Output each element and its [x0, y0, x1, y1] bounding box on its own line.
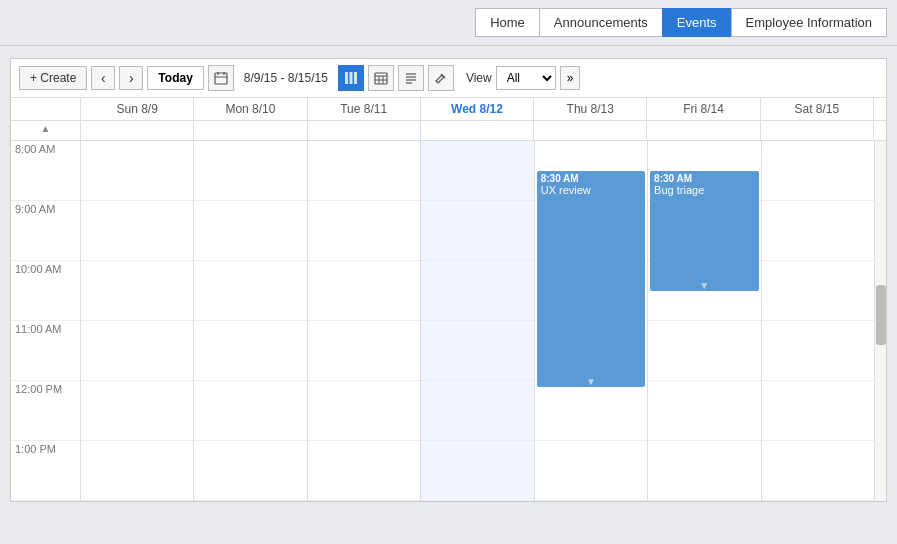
days-container: 8:30 AM UX review ▼ 8:30 AM Bug triage ▼ [81, 141, 874, 501]
bug-triage-resize-handle[interactable]: ▼ [699, 280, 709, 291]
allday-wed [421, 121, 534, 140]
scrollbar-spacer2 [874, 121, 886, 140]
day-col-mon [194, 141, 307, 501]
time-1000: 10:00 AM [11, 261, 80, 321]
time-body-scroll[interactable]: 8:00 AM 9:00 AM 10:00 AM 11:00 AM 12:00 … [11, 141, 874, 501]
day-header-sun: Sun 8/9 [81, 98, 194, 120]
event-ux-review[interactable]: 8:30 AM UX review ▼ [537, 171, 645, 387]
allday-gutter: ▲ [11, 121, 81, 140]
day-header-wed: Wed 8/12 [421, 98, 534, 120]
calendar-toolbar: + Create ‹ › Today 8/9/15 - 8/15/15 View… [11, 59, 886, 98]
time-900: 9:00 AM [11, 201, 80, 261]
svg-rect-5 [349, 72, 352, 84]
nav-events[interactable]: Events [662, 8, 731, 37]
view-select[interactable]: All [496, 66, 556, 90]
calendar-grid: Sun 8/9 Mon 8/10 Tue 8/11 Wed 8/12 Thu 8… [11, 98, 886, 501]
view-label: View [466, 71, 492, 85]
day-col-tue [308, 141, 421, 501]
time-body-container: 8:00 AM 9:00 AM 10:00 AM 11:00 AM 12:00 … [11, 141, 886, 501]
ux-review-title: UX review [541, 184, 641, 196]
date-picker-icon[interactable] [208, 65, 234, 91]
ux-review-time: 8:30 AM [541, 173, 641, 184]
scrollbar-track[interactable] [874, 141, 886, 501]
svg-rect-6 [354, 72, 357, 84]
edit-icon[interactable] [428, 65, 454, 91]
bug-triage-time: 8:30 AM [654, 173, 754, 184]
create-button[interactable]: + Create [19, 66, 87, 90]
top-navigation: Home Announcements Events Employee Infor… [0, 0, 897, 46]
svg-rect-4 [345, 72, 348, 84]
ux-review-resize-handle[interactable]: ▼ [586, 376, 596, 387]
bug-triage-title: Bug triage [654, 184, 754, 196]
calendar-container: + Create ‹ › Today 8/9/15 - 8/15/15 View… [10, 58, 887, 502]
allday-sat [761, 121, 874, 140]
allday-row: ▲ [11, 121, 886, 141]
day-col-sun [81, 141, 194, 501]
scrollbar-thumb[interactable] [876, 285, 886, 345]
day-col-sat [762, 141, 874, 501]
week-view-icon[interactable] [338, 65, 364, 91]
time-gutter-header [11, 98, 81, 120]
nav-home[interactable]: Home [475, 8, 539, 37]
day-header-mon: Mon 8/10 [194, 98, 307, 120]
time-800: 8:00 AM [11, 141, 80, 201]
next-arrow[interactable]: › [119, 66, 143, 90]
allday-fri [647, 121, 760, 140]
today-button[interactable]: Today [147, 66, 203, 90]
prev-arrow[interactable]: ‹ [91, 66, 115, 90]
day-header-fri: Fri 8/14 [647, 98, 760, 120]
time-1100: 11:00 AM [11, 321, 80, 381]
scrollbar-spacer [874, 98, 886, 120]
day-header-thu: Thu 8/13 [534, 98, 647, 120]
nav-announcements[interactable]: Announcements [539, 8, 662, 37]
time-1200: 12:00 PM [11, 381, 80, 441]
allday-sun [81, 121, 194, 140]
more-options-button[interactable]: » [560, 66, 581, 90]
svg-rect-7 [375, 73, 387, 84]
time-1300: 1:00 PM [11, 441, 80, 501]
day-col-wed [421, 141, 534, 501]
expand-allday-icon[interactable]: ▲ [41, 123, 51, 134]
agenda-view-icon[interactable] [398, 65, 424, 91]
day-col-fri[interactable]: 8:30 AM Bug triage ▼ [648, 141, 761, 501]
month-view-icon[interactable] [368, 65, 394, 91]
allday-mon [194, 121, 307, 140]
day-header-tue: Tue 8/11 [308, 98, 421, 120]
allday-thu [534, 121, 647, 140]
svg-rect-0 [215, 73, 227, 84]
allday-tue [308, 121, 421, 140]
date-range-label: 8/9/15 - 8/15/15 [244, 71, 328, 85]
nav-employee-info[interactable]: Employee Information [731, 8, 887, 37]
time-column: 8:00 AM 9:00 AM 10:00 AM 11:00 AM 12:00 … [11, 141, 81, 501]
day-header-sat: Sat 8/15 [761, 98, 874, 120]
event-bug-triage[interactable]: 8:30 AM Bug triage ▼ [650, 171, 758, 291]
day-col-thu[interactable]: 8:30 AM UX review ▼ [535, 141, 648, 501]
day-headers-row: Sun 8/9 Mon 8/10 Tue 8/11 Wed 8/12 Thu 8… [11, 98, 886, 121]
